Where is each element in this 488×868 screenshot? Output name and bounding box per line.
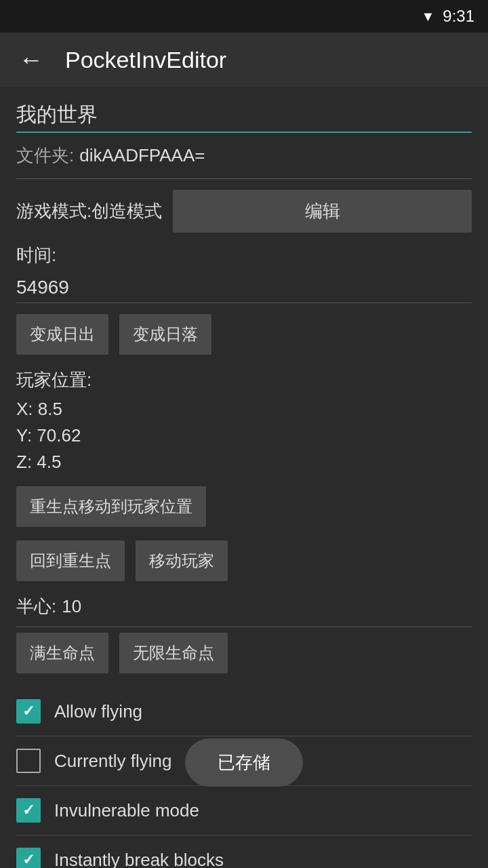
back-button[interactable]: ← bbox=[14, 40, 49, 79]
move-buttons-row: 回到重生点 移动玩家 bbox=[16, 540, 472, 581]
allow-flying-label: Allow flying bbox=[54, 701, 142, 722]
invulnerable-mode-row: Invulnerable mode bbox=[16, 786, 472, 835]
allow-flying-checkbox[interactable] bbox=[16, 699, 41, 724]
game-mode-label: 游戏模式:创造模式 bbox=[16, 199, 162, 223]
allow-flying-row: Allow flying bbox=[16, 687, 472, 736]
infinite-health-button[interactable]: 无限生命点 bbox=[119, 633, 228, 673]
toast-message: 已存储 bbox=[185, 738, 303, 787]
player-position-section: 玩家位置: X: 8.5 Y: 70.62 Z: 4.5 bbox=[16, 368, 472, 475]
file-path-row: 文件夹: dikAADFPAAA= bbox=[16, 144, 472, 179]
toolbar-title: PocketInvEditor bbox=[65, 47, 226, 73]
move-spawn-to-player-button[interactable]: 重生点移动到玩家位置 bbox=[16, 486, 206, 527]
time-label: 时间: bbox=[16, 243, 472, 267]
currently-flying-label: Currently flying bbox=[54, 751, 171, 772]
player-pos-title: 玩家位置: bbox=[16, 368, 472, 392]
spawn-btn-row: 重生点移动到玩家位置 bbox=[16, 486, 472, 527]
health-value: 10 bbox=[62, 596, 81, 617]
file-path-label: 文件夹: bbox=[16, 144, 74, 167]
full-health-button[interactable]: 满生命点 bbox=[16, 633, 108, 673]
player-pos-x: X: 8.5 bbox=[16, 396, 472, 422]
move-player-button[interactable]: 移动玩家 bbox=[136, 540, 228, 581]
edit-game-mode-button[interactable]: 编辑 bbox=[173, 190, 472, 233]
health-row: 半心: 10 bbox=[16, 595, 472, 627]
sunrise-button[interactable]: 变成日出 bbox=[16, 314, 108, 355]
currently-flying-checkbox[interactable] bbox=[16, 749, 41, 773]
file-path-value: dikAADFPAAA= bbox=[79, 145, 205, 166]
invulnerable-mode-label: Invulnerable mode bbox=[54, 800, 199, 821]
time-input[interactable] bbox=[16, 273, 472, 303]
instantly-break-blocks-checkbox[interactable] bbox=[16, 848, 41, 868]
invulnerable-mode-checkbox[interactable] bbox=[16, 798, 41, 823]
game-mode-row: 游戏模式:创造模式 编辑 bbox=[16, 190, 472, 233]
return-to-spawn-button[interactable]: 回到重生点 bbox=[16, 540, 125, 581]
instantly-break-blocks-label: Instantly break blocks bbox=[54, 850, 224, 869]
health-label: 半心: bbox=[16, 595, 56, 618]
time-buttons-row: 变成日出 变成日落 bbox=[16, 314, 472, 355]
health-buttons-row: 满生命点 无限生命点 bbox=[16, 633, 472, 673]
instantly-break-blocks-row: Instantly break blocks bbox=[16, 835, 472, 868]
sunset-button[interactable]: 变成日落 bbox=[119, 314, 211, 355]
status-bar: ▼ 9:31 bbox=[0, 0, 488, 33]
player-pos-z: Z: 4.5 bbox=[16, 449, 472, 475]
toolbar: ← PocketInvEditor bbox=[0, 33, 488, 87]
world-name-input[interactable] bbox=[16, 98, 472, 133]
player-pos-y: Y: 70.62 bbox=[16, 422, 472, 449]
wifi-icon: ▼ bbox=[421, 9, 434, 24]
status-time: 9:31 bbox=[443, 7, 474, 26]
